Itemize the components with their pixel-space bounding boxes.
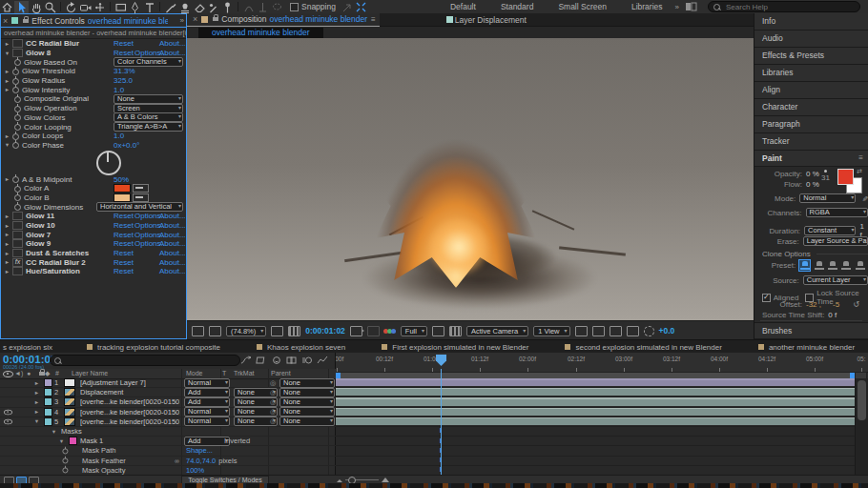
glow-radius-value[interactable]: 325.0: [114, 76, 133, 85]
search-help-box[interactable]: [708, 1, 860, 12]
track-layer-4[interactable]: [336, 408, 855, 417]
fx-toggle[interactable]: fx: [12, 258, 23, 267]
effect-row-glow-11[interactable]: Glow 11 Reset Options... About...: [1, 212, 186, 221]
composite-original-dropdown[interactable]: None: [114, 94, 183, 104]
opacity-value[interactable]: 0 %: [806, 170, 819, 178]
twirl-icon[interactable]: [3, 214, 11, 219]
zoom-in-icon[interactable]: [382, 478, 389, 482]
twirl-icon[interactable]: [32, 418, 41, 424]
close-icon[interactable]: ×: [193, 14, 197, 24]
glow-intensity-value[interactable]: 1.0: [114, 86, 124, 94]
camera-tool[interactable]: [78, 1, 93, 13]
foreground-color-swatch[interactable]: [837, 169, 854, 185]
parent-dropdown[interactable]: None: [279, 407, 335, 417]
close-icon[interactable]: ×: [3, 16, 8, 26]
zoom-out-icon[interactable]: [337, 479, 342, 482]
about-link[interactable]: About...: [159, 231, 186, 239]
viewer-timecode[interactable]: 0:00:01:02: [305, 326, 345, 336]
tab-explosion-six[interactable]: s explosion six: [0, 340, 62, 354]
workspace-libraries[interactable]: Libraries: [619, 2, 675, 11]
eyedropper-icon[interactable]: [133, 184, 149, 193]
about-link[interactable]: About...: [159, 258, 186, 267]
flow-value[interactable]: 0 %: [806, 180, 819, 189]
pen-tool[interactable]: [128, 1, 142, 13]
panel-character[interactable]: Character: [754, 99, 868, 116]
audio-column-icon[interactable]: ◄): [14, 370, 23, 376]
mask-feather-tool[interactable]: [241, 1, 256, 13]
about-link[interactable]: About...: [159, 239, 186, 248]
time-ruler[interactable]: 0:00f 00:12f 01:00f 01:12f 02:00f 02:12f…: [336, 353, 868, 373]
exposure-value[interactable]: +0.0: [659, 326, 675, 336]
mask-1-row[interactable]: Mask 1 Add Inverted: [0, 437, 336, 446]
panel-audio[interactable]: Audio: [754, 30, 868, 48]
twirl-icon[interactable]: [32, 380, 41, 386]
twirl-icon[interactable]: [32, 399, 41, 405]
clone-preset-3[interactable]: [827, 260, 837, 271]
clone-stamp-tool[interactable]: [177, 1, 192, 13]
masks-group-row[interactable]: Masks: [0, 427, 336, 437]
twirl-icon[interactable]: [3, 259, 11, 265]
rectangle-tool[interactable]: [114, 1, 128, 13]
reset-link[interactable]: Reset: [114, 221, 134, 230]
region-of-interest-icon[interactable]: [432, 326, 444, 336]
selection-tool[interactable]: [14, 1, 29, 13]
layer-row-3[interactable]: 3 [overhe...ke blender[0020-0150].exr] A…: [0, 397, 336, 407]
camera-dropdown[interactable]: Active Camera: [466, 326, 528, 336]
panel-tracker[interactable]: Tracker: [754, 133, 868, 151]
parent-dropdown[interactable]: None: [279, 388, 335, 397]
lasso-tool[interactable]: [270, 1, 284, 13]
glow-operation-dropdown[interactable]: Screen: [114, 104, 183, 113]
layer-row-2[interactable]: 2 Displacement Add None ◎ None: [0, 388, 336, 397]
flowchart-button-icon[interactable]: [627, 326, 639, 336]
offset-x-value[interactable]: -32 ,: [806, 300, 821, 309]
twirl-icon[interactable]: [3, 232, 11, 237]
fx-toggle[interactable]: [12, 239, 23, 248]
motion-blur-icon[interactable]: [301, 356, 313, 365]
view-layout-dropdown[interactable]: 1 View: [533, 326, 569, 336]
track-layer-3[interactable]: [336, 397, 855, 407]
reset-link[interactable]: Reset: [114, 39, 134, 48]
stopwatch-icon[interactable]: [13, 95, 21, 103]
twirl-icon[interactable]: [3, 78, 11, 84]
twirl-icon[interactable]: [3, 241, 11, 247]
inverted-label[interactable]: Inverted: [224, 437, 250, 445]
label-swatch[interactable]: [44, 417, 52, 426]
track-masks[interactable]: I: [336, 427, 855, 437]
track-layer-2[interactable]: [336, 388, 855, 397]
paint-panel-header[interactable]: Paint ≡: [754, 151, 868, 167]
lock-icon[interactable]: [213, 17, 218, 21]
roto-brush-tool[interactable]: [206, 1, 220, 13]
color-phase-value[interactable]: 0x+0.0°: [114, 141, 139, 150]
layer-bar[interactable]: [336, 388, 855, 396]
fx-toggle[interactable]: [12, 212, 23, 220]
effect-row-glow-7[interactable]: Glow 7 Reset Options... About...: [1, 230, 186, 239]
effect-row-cc-radial-blur-2[interactable]: fx CC Radial Blur 2 Reset About...: [1, 257, 186, 267]
show-channels-icon[interactable]: [384, 329, 396, 334]
snapshot-icon[interactable]: [350, 326, 362, 336]
blend-mode-dropdown[interactable]: Normal: [184, 378, 230, 388]
panel-paragraph[interactable]: Paragraph: [754, 116, 868, 133]
mask-opacity-value[interactable]: 100%: [186, 466, 204, 475]
blend-mode-dropdown[interactable]: Normal: [184, 417, 230, 426]
stopwatch-icon[interactable]: [11, 77, 19, 85]
panel-menu-icon[interactable]: ≡: [371, 15, 376, 24]
twirl-icon[interactable]: [32, 409, 41, 415]
viewer-tab[interactable]: overhead mininuke blender: [198, 28, 323, 38]
twirl-icon[interactable]: [3, 69, 11, 74]
about-link[interactable]: About...: [159, 249, 186, 257]
stopwatch-icon[interactable]: [13, 185, 21, 193]
track-layer-5[interactable]: [336, 417, 855, 427]
constrain-link-icon[interactable]: ∞: [175, 458, 179, 464]
glow-threshold-value[interactable]: 31.3%: [114, 67, 135, 75]
tab-another-mininuke[interactable]: another mininuke blender: [747, 340, 864, 354]
twirl-icon[interactable]: [3, 223, 11, 229]
layer-bar[interactable]: [336, 397, 855, 405]
twirl-icon[interactable]: [3, 87, 11, 92]
pan-behind-tool[interactable]: [93, 1, 107, 13]
workspace-default[interactable]: Default: [438, 2, 488, 11]
label-swatch[interactable]: [44, 388, 52, 396]
pixel-aspect-icon[interactable]: [575, 326, 588, 336]
snapping-checkbox[interactable]: [290, 3, 299, 11]
panel-effects-presets[interactable]: Effects & Presets: [754, 48, 868, 65]
workspace-overflow-icon[interactable]: »: [675, 3, 678, 11]
